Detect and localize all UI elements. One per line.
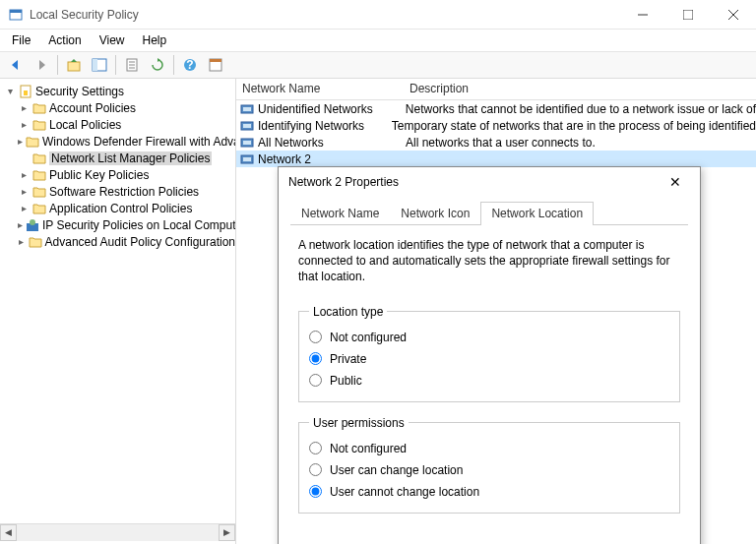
tree-item[interactable]: ▸Windows Defender Firewall with Advanced… [0, 133, 235, 150]
expand-icon[interactable]: ▸ [18, 186, 30, 197]
forward-button[interactable] [30, 53, 53, 77]
list-row[interactable]: All NetworksAll networks that a user con… [236, 134, 756, 151]
user-permissions-legend: User permissions [309, 416, 409, 430]
menu-help[interactable]: Help [135, 31, 175, 49]
scroll-left-button[interactable]: ◀ [0, 524, 17, 541]
network-icon [239, 135, 255, 151]
show-hide-tree-button[interactable] [88, 53, 111, 77]
location-description: A network location identifies the type o… [298, 237, 680, 285]
tree-item[interactable]: ▸Advanced Audit Policy Configuration [0, 233, 235, 250]
scroll-right-button[interactable]: ▶ [219, 524, 235, 541]
toolbar-separator [173, 55, 174, 75]
folder-icon [25, 134, 40, 150]
toolbar-separator [115, 55, 116, 75]
maximize-button[interactable] [665, 0, 711, 30]
tree-pane: ▾ Security Settings ▸Account Policies▸Lo… [0, 79, 236, 544]
list-cell-name: Network 2 [258, 152, 406, 166]
tree-item[interactable]: ▸Software Restriction Policies [0, 183, 235, 200]
tree-item-label: Local Policies [49, 118, 121, 132]
folder-icon [32, 184, 47, 200]
expand-icon[interactable]: ▸ [18, 102, 30, 113]
column-header-description[interactable]: Description [404, 79, 756, 99]
expand-icon[interactable]: ▸ [18, 119, 30, 130]
properties-button[interactable] [204, 53, 227, 77]
tab-network-name[interactable]: Network Name [290, 202, 390, 225]
tree-horizontal-scrollbar[interactable]: ◀ ▶ [0, 523, 235, 540]
list-row[interactable]: Unidentified NetworksNetworks that canno… [236, 100, 756, 117]
permissions-not-configured-option[interactable]: Not configured [309, 438, 669, 459]
expand-icon[interactable]: ▸ [18, 203, 30, 213]
toolbar-separator [57, 55, 58, 75]
permissions-can-change-option[interactable]: User can change location [309, 459, 669, 481]
list-row[interactable]: Identifying NetworksTemporary state of n… [236, 117, 756, 134]
network-icon [239, 151, 255, 167]
svg-rect-25 [243, 157, 251, 161]
collapse-icon[interactable]: ▾ [4, 86, 16, 96]
column-header-name[interactable]: Network Name [236, 79, 404, 99]
option-label: Private [330, 352, 366, 366]
close-button[interactable] [711, 0, 756, 30]
tree-item-label: Application Control Policies [49, 202, 192, 215]
up-button[interactable] [62, 53, 86, 77]
permissions-cannot-change-radio[interactable] [309, 485, 322, 498]
list-row[interactable]: Network 2 [236, 151, 756, 167]
location-not-configured-radio[interactable] [309, 331, 322, 343]
svg-text:?: ? [186, 58, 193, 72]
network-icon [239, 118, 255, 134]
svg-rect-21 [243, 124, 251, 128]
app-icon [8, 7, 24, 23]
tab-network-icon[interactable]: Network Icon [390, 202, 480, 225]
tree-item-label: Public Key Policies [49, 168, 149, 182]
window-title: Local Security Policy [30, 8, 620, 22]
back-button[interactable] [4, 53, 28, 77]
tree-item-label: Network List Manager Policies [49, 151, 212, 165]
refresh-button[interactable] [146, 53, 169, 77]
location-public-option[interactable]: Public [309, 370, 669, 392]
folder-icon [28, 234, 43, 250]
minimize-button[interactable] [620, 0, 665, 30]
list-cell-name: Unidentified Networks [258, 102, 406, 116]
tab-network-location[interactable]: Network Location [480, 202, 594, 225]
expand-icon[interactable]: ▸ [18, 169, 30, 180]
svg-rect-6 [68, 62, 80, 71]
tree-item-label: Software Restriction Policies [49, 185, 199, 199]
tree-item-label: Account Policies [49, 101, 136, 115]
location-not-configured-option[interactable]: Not configured [309, 327, 669, 348]
tree-root[interactable]: ▾ Security Settings [0, 83, 235, 99]
security-settings-icon [18, 84, 33, 99]
folder-icon [32, 167, 47, 183]
tree-item[interactable]: ▸Account Policies [0, 99, 235, 116]
user-permissions-group: User permissions Not configured User can… [298, 416, 680, 514]
titlebar: Local Security Policy [0, 0, 756, 30]
svg-rect-3 [683, 10, 693, 20]
help-button[interactable]: ? [178, 53, 202, 77]
tree-item-label: Advanced Audit Policy Configuration [45, 235, 235, 249]
menu-action[interactable]: Action [40, 31, 89, 49]
dialog-close-button[interactable]: ✕ [661, 167, 690, 197]
location-private-option[interactable]: Private [309, 348, 669, 370]
network-properties-dialog: Network 2 Properties ✕ Network Name Netw… [278, 166, 701, 544]
export-button[interactable] [120, 53, 144, 77]
expand-icon[interactable]: ▸ [18, 219, 23, 230]
tree-item-label: Windows Defender Firewall with Advanced … [42, 135, 235, 149]
menu-file[interactable]: File [4, 31, 38, 49]
tree-item[interactable]: ▸Application Control Policies [0, 200, 235, 216]
permissions-not-configured-radio[interactable] [309, 442, 322, 454]
list-cell-name: All Networks [258, 136, 406, 150]
option-label: Not configured [330, 331, 407, 344]
permissions-can-change-radio[interactable] [309, 463, 322, 476]
list-cell-description: Temporary state of networks that are in … [392, 119, 756, 133]
scroll-track[interactable] [17, 524, 219, 541]
expand-icon[interactable]: ▸ [18, 136, 23, 147]
expand-icon[interactable]: ▸ [18, 236, 26, 247]
tree-item[interactable]: ▸IP Security Policies on Local Computer [0, 216, 235, 233]
svg-rect-1 [10, 10, 22, 13]
tree-item[interactable]: ▸Local Policies [0, 116, 235, 133]
tree-item[interactable]: ▸Public Key Policies [0, 166, 235, 183]
menubar: File Action View Help [0, 30, 756, 51]
tree-item[interactable]: Network List Manager Policies [0, 150, 235, 166]
permissions-cannot-change-option[interactable]: User cannot change location [309, 481, 669, 503]
location-private-radio[interactable] [309, 352, 322, 365]
location-public-radio[interactable] [309, 374, 322, 387]
menu-view[interactable]: View [92, 31, 133, 49]
